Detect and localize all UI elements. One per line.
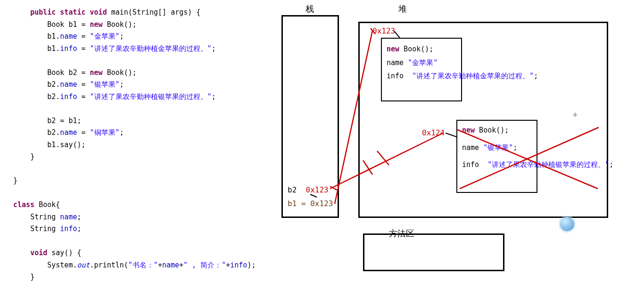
sbh: " , 简介：" xyxy=(183,261,226,269)
l1a: Book b1 = xyxy=(47,20,90,29)
class-kw: class xyxy=(13,200,39,209)
l1b: new xyxy=(90,20,103,29)
l6e: ; xyxy=(212,92,216,101)
sbe: + xyxy=(158,261,162,269)
o1-infov: "讲述了果农辛勤种植金苹果的过程。" xyxy=(412,72,534,80)
f1b: name xyxy=(60,213,77,221)
code-pre: public static void main(String[] args) {… xyxy=(13,7,256,283)
sbd: "书名：" xyxy=(128,261,158,269)
l4c: Book(); xyxy=(103,68,137,77)
o1-infok: info xyxy=(387,72,404,80)
l2d: "金苹果" xyxy=(90,32,120,41)
heap-obj2-content: new Book(); name "银苹果"; info "讲述了果农辛勤种植银… xyxy=(462,124,613,172)
o2-new: new xyxy=(462,126,475,134)
f1a: String xyxy=(30,213,60,221)
o1-namek: name xyxy=(387,58,404,67)
sbg: + xyxy=(179,261,183,269)
heap-obj1-content: new Book(); name "金苹果" info "讲述了果农辛勤种植金苹… xyxy=(387,42,538,83)
say-close: } xyxy=(30,273,34,281)
kw-public-static-void: public static void xyxy=(30,8,111,17)
say-sig: say() { xyxy=(51,249,81,257)
method-close: } xyxy=(30,152,34,161)
l2c: = xyxy=(77,32,90,41)
l5b: name xyxy=(60,80,77,89)
heap-obj1-addr: 0x123 xyxy=(372,26,395,35)
l2b: name xyxy=(60,32,77,41)
f2a: String xyxy=(30,225,60,233)
b2-addr: 0x123 xyxy=(306,185,329,194)
stack-b2-row: b2 0x123 xyxy=(288,185,329,194)
stack-label: 栈 xyxy=(305,3,314,15)
f2b: info xyxy=(60,225,77,233)
o1-namev: "金苹果" xyxy=(408,58,438,67)
l8e: ; xyxy=(120,128,124,137)
sbb: out xyxy=(77,261,90,269)
code-block: public static void main(String[] args) {… xyxy=(13,7,256,283)
l3a: b1. xyxy=(47,44,60,53)
l6c: = xyxy=(77,92,90,101)
l5c: = xyxy=(77,80,90,89)
l8d: "铜苹果" xyxy=(90,128,120,137)
o1-new: new xyxy=(387,45,399,53)
o2-semi: ; xyxy=(609,160,613,169)
l7: b2 = b1; xyxy=(47,117,81,125)
o2-rest: Book(); xyxy=(475,126,509,134)
method-area-box xyxy=(363,233,504,271)
l5a: b2. xyxy=(47,80,60,89)
l3b: info xyxy=(60,44,77,53)
l8c: = xyxy=(77,128,90,137)
o2-namev: "银苹果" xyxy=(483,143,513,152)
l4a: Book b2 = xyxy=(47,68,90,77)
say-kw: void xyxy=(30,249,51,257)
sbc: .println( xyxy=(90,261,128,269)
cursor-indicator-icon: + xyxy=(571,111,579,118)
sbi: + xyxy=(226,261,230,269)
l4b: new xyxy=(90,68,103,77)
l6a: b2. xyxy=(47,92,60,101)
l8b: name xyxy=(60,128,77,137)
stack-b1-row: b1 = 0x123 xyxy=(288,199,333,208)
heap-label: 堆 xyxy=(398,3,407,15)
o1-rest: Book(); xyxy=(399,45,433,53)
l2e: ; xyxy=(120,32,124,41)
l5e: ; xyxy=(120,80,124,89)
sbj: info xyxy=(230,261,247,269)
o2-namek: name xyxy=(462,143,479,152)
heap-obj2-addr: 0x124 xyxy=(422,128,445,137)
l6d: "讲述了果农辛勤种植银苹果的过程。" xyxy=(90,92,212,101)
l9: b1.say(); xyxy=(47,141,85,149)
l3d: "讲述了果农辛勤种植金苹果的过程。" xyxy=(90,44,212,53)
f1c: ; xyxy=(77,213,81,221)
o2-namesemi: ; xyxy=(513,143,517,152)
f2c: ; xyxy=(77,225,81,233)
l6b: info xyxy=(60,92,77,101)
o2-infov: "讲述了果农辛勤种植银苹果的过程。" xyxy=(487,160,609,169)
class-name: Book{ xyxy=(39,200,60,209)
sbk: ); xyxy=(247,261,256,269)
l3c: = xyxy=(77,44,90,53)
o1-semi: ; xyxy=(534,72,538,80)
o2-infok: info xyxy=(462,160,479,169)
outer-class-close: } xyxy=(13,176,17,185)
b2-var: b2 xyxy=(288,185,297,194)
sba: System. xyxy=(47,261,77,269)
l2a: b1. xyxy=(47,32,60,41)
l1c: Book(); xyxy=(103,20,137,29)
assistant-avatar-icon xyxy=(560,217,574,231)
b1-line: b1 = 0x123 xyxy=(288,199,333,208)
main-sig: main(String[] args) { xyxy=(111,8,201,17)
l8a: b2. xyxy=(47,128,60,137)
sbf: name xyxy=(162,261,179,269)
l5d: "银苹果" xyxy=(90,80,120,89)
l3e: ; xyxy=(212,44,216,53)
